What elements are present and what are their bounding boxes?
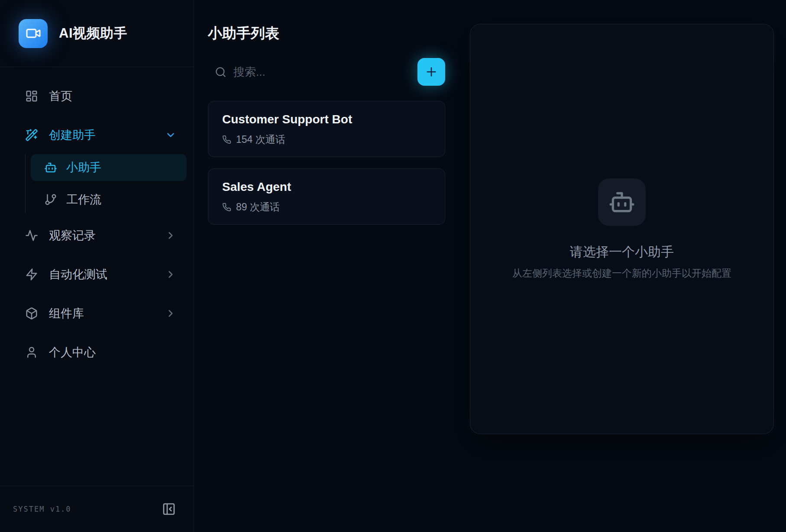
sidebar-header: AI视频助手 — [0, 0, 194, 67]
sidebar-nav: 首页 创建助手 小助手 工作流 — [0, 67, 194, 486]
page-title: 小助手列表 — [208, 24, 445, 43]
sidebar-subitem-label: 小助手 — [66, 160, 101, 175]
empty-state-bot-badge — [598, 178, 646, 226]
search-icon — [215, 66, 226, 78]
sidebar-subitem-workflow[interactable]: 工作流 — [31, 186, 187, 213]
app-logo — [19, 19, 48, 48]
chevron-right-icon — [165, 269, 176, 280]
call-count-label: 154 次通话 — [236, 133, 285, 146]
sidebar-item-label: 首页 — [49, 88, 72, 104]
sidebar-footer: SYSTEM v1.0 — [0, 486, 194, 532]
chevron-right-icon — [165, 230, 176, 241]
create-assistant-submenu: 小助手 工作流 — [25, 154, 187, 213]
assistant-card[interactable]: Customer Support Bot 154 次通话 — [208, 101, 445, 157]
sidebar-item-profile[interactable]: 个人中心 — [7, 342, 187, 363]
user-icon — [25, 346, 38, 359]
panel-left-close-icon — [162, 502, 176, 516]
system-version: SYSTEM v1.0 — [13, 505, 71, 513]
git-branch-icon — [44, 193, 57, 206]
assistant-call-count: 154 次通话 — [222, 133, 431, 146]
chevron-down-icon — [165, 129, 176, 141]
sidebar: AI视频助手 首页 创建助手 小助手 — [0, 0, 194, 532]
sidebar-subitem-label: 工作流 — [66, 192, 101, 207]
dashboard-icon — [25, 90, 38, 103]
bot-icon — [44, 161, 57, 174]
add-assistant-button[interactable] — [417, 58, 445, 86]
sidebar-item-home[interactable]: 首页 — [7, 86, 187, 106]
collapse-sidebar-button[interactable] — [162, 502, 176, 516]
sidebar-item-label: 组件库 — [49, 306, 84, 321]
sidebar-item-label: 自动化测试 — [49, 267, 107, 282]
assistant-card[interactable]: Sales Agent 89 次通话 — [208, 168, 445, 225]
video-camera-icon — [26, 26, 41, 41]
phone-icon — [222, 203, 231, 212]
zap-icon — [25, 268, 38, 281]
bot-icon — [608, 189, 635, 216]
assistant-cards: Customer Support Bot 154 次通话 Sales Agent… — [208, 101, 445, 225]
activity-icon — [25, 229, 38, 242]
sidebar-item-label: 观察记录 — [49, 228, 96, 243]
assistant-detail-panel: 请选择一个小助手 从左侧列表选择或创建一个新的小助手以开始配置 — [470, 24, 774, 434]
sidebar-item-component-library[interactable]: 组件库 — [7, 303, 187, 324]
empty-state-title: 请选择一个小助手 — [570, 243, 674, 261]
sidebar-item-label: 创建助手 — [49, 127, 96, 143]
chevron-right-icon — [165, 308, 176, 319]
empty-state-subtitle: 从左侧列表选择或创建一个新的小助手以开始配置 — [512, 267, 731, 280]
sidebar-item-automation-test[interactable]: 自动化测试 — [7, 264, 187, 285]
assistant-name: Customer Support Bot — [222, 113, 431, 126]
magic-wand-icon — [25, 129, 38, 142]
plus-icon — [424, 65, 438, 79]
call-count-label: 89 次通话 — [236, 200, 280, 214]
assistant-list-panel: 小助手列表 Customer Support Bot 154 次通话 Sales… — [194, 0, 459, 532]
sidebar-item-create-assistant[interactable]: 创建助手 — [7, 125, 187, 145]
search-row — [208, 58, 445, 86]
search-input[interactable] — [226, 65, 417, 79]
phone-icon — [222, 135, 231, 144]
sidebar-item-observation-records[interactable]: 观察记录 — [7, 225, 187, 246]
sidebar-item-label: 个人中心 — [49, 345, 96, 360]
app-title: AI视频助手 — [59, 24, 127, 42]
assistant-call-count: 89 次通话 — [222, 200, 431, 214]
sidebar-subitem-assistants[interactable]: 小助手 — [31, 154, 187, 181]
box-icon — [25, 307, 38, 320]
assistant-name: Sales Agent — [222, 180, 431, 194]
